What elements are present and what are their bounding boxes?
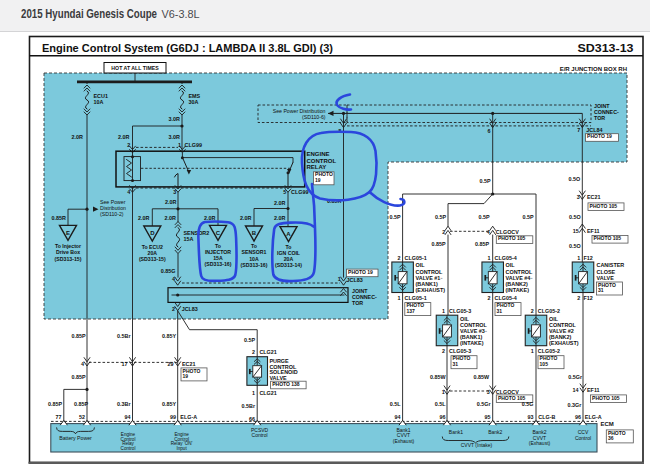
svg-text:2.0R: 2.0R (274, 215, 285, 221)
svg-text:0.85G: 0.85G (161, 268, 176, 274)
svg-text:CLG99: CLG99 (185, 142, 202, 148)
svg-text:Control: Control (121, 446, 136, 451)
svg-text:(Exhaust): (Exhaust) (393, 438, 415, 444)
svg-text:EF11: EF11 (587, 228, 600, 234)
svg-text:2.0R: 2.0R (240, 215, 251, 221)
svg-text:VALVE #3▫: VALVE #3▫ (460, 328, 487, 334)
svg-text:Bank1: Bank1 (449, 429, 463, 435)
svg-text:RELAY: RELAY (307, 164, 327, 170)
svg-text:0.85P: 0.85P (71, 374, 85, 380)
svg-text:1: 1 (488, 255, 491, 261)
svg-text:Control: Control (252, 432, 268, 438)
svg-text:1: 1 (338, 276, 341, 282)
svg-text:1: 1 (577, 255, 580, 261)
svg-text:Input: Input (176, 446, 187, 451)
svg-text:0.5L: 0.5L (435, 401, 446, 407)
svg-text:OIL: OIL (506, 262, 516, 268)
svg-text:66: 66 (249, 416, 255, 422)
svg-text:94: 94 (125, 414, 131, 420)
svg-text:2: 2 (488, 295, 491, 301)
svg-text:29: 29 (168, 361, 174, 367)
svg-text:15: 15 (573, 228, 579, 234)
svg-text:1: 1 (442, 308, 445, 314)
svg-text:96: 96 (575, 414, 581, 420)
svg-text:0.5P: 0.5P (389, 214, 400, 220)
svg-text:0.85P: 0.85P (475, 241, 489, 247)
svg-text:Battery Power: Battery Power (59, 435, 92, 441)
svg-text:VALVE: VALVE (597, 275, 615, 281)
svg-text:31: 31 (453, 361, 459, 367)
svg-text:137: 137 (406, 308, 415, 314)
svg-text:6: 6 (488, 128, 491, 134)
svg-text:0.5Br: 0.5Br (242, 403, 256, 409)
svg-text:0.5Br: 0.5Br (117, 333, 131, 339)
svg-text:3: 3 (487, 389, 490, 395)
svg-text:2.0R: 2.0R (72, 134, 83, 140)
svg-text:EC21: EC21 (182, 361, 196, 367)
svg-text:F12: F12 (584, 255, 593, 261)
svg-text:(INTAKE): (INTAKE) (460, 340, 484, 346)
svg-text:OIL: OIL (549, 316, 559, 322)
svg-text:2: 2 (172, 306, 175, 312)
svg-text:0.85Y: 0.85Y (162, 333, 176, 339)
svg-text:OIL: OIL (460, 316, 470, 322)
svg-text:0.5O: 0.5O (569, 176, 581, 182)
svg-text:2.0R: 2.0R (274, 200, 285, 206)
svg-text:0.5P: 0.5P (435, 214, 446, 220)
svg-text:CLG05-2: CLG05-2 (538, 308, 560, 314)
svg-text:3: 3 (173, 189, 176, 195)
svg-text:3.0R: 3.0R (169, 116, 180, 122)
svg-text:96: 96 (440, 414, 446, 420)
svg-text:PHOTO 105: PHOTO 105 (590, 203, 618, 209)
svg-text:2: 2 (577, 295, 580, 301)
svg-text:0.5O: 0.5O (569, 243, 581, 249)
svg-text:31: 31 (497, 308, 503, 314)
svg-text:0.85W: 0.85W (473, 374, 489, 380)
svg-text:V6-3.8L: V6-3.8L (162, 8, 200, 20)
svg-text:17: 17 (122, 361, 128, 367)
svg-text:CVVT (Intake): CVVT (Intake) (461, 442, 493, 448)
svg-text:2: 2 (252, 349, 255, 355)
svg-text:ELG-A: ELG-A (585, 414, 602, 420)
svg-text:ECM: ECM (601, 421, 614, 427)
svg-text:19: 19 (315, 177, 321, 183)
svg-text:EC21: EC21 (587, 194, 601, 200)
svg-text:99: 99 (170, 414, 176, 420)
svg-text:52: 52 (79, 414, 85, 420)
svg-text:0.85P: 0.85P (71, 333, 85, 339)
svg-text:CLG05-4: CLG05-4 (495, 295, 517, 301)
svg-text:93: 93 (528, 414, 534, 420)
svg-text:CLG-B: CLG-B (538, 414, 555, 420)
svg-text:77: 77 (56, 414, 62, 420)
svg-text:36: 36 (608, 435, 614, 441)
svg-text:(EXHAUST): (EXHAUST) (549, 340, 579, 346)
svg-text:0.5L: 0.5L (390, 401, 401, 407)
svg-text:0.5P: 0.5P (522, 214, 533, 220)
svg-text:E/R JUNCTION BOX RH: E/R JUNCTION BOX RH (560, 66, 627, 72)
svg-text:JOINT: JOINT (352, 288, 368, 294)
svg-text:Bank2: Bank2 (488, 429, 502, 435)
svg-text:CLG21: CLG21 (259, 390, 276, 396)
svg-text:JCL83: JCL83 (182, 306, 198, 312)
svg-text:A: A (286, 231, 291, 237)
svg-text:14: 14 (572, 387, 578, 393)
svg-text:CLG05-2: CLG05-2 (538, 348, 560, 354)
svg-text:PHOTO 105: PHOTO 105 (594, 235, 622, 241)
svg-text:0.85R: 0.85R (52, 215, 66, 221)
svg-text:5: 5 (283, 189, 286, 195)
svg-text:TOR: TOR (352, 300, 363, 306)
svg-text:2.0R: 2.0R (165, 215, 176, 221)
svg-text:VALVE #2: VALVE #2 (549, 328, 574, 334)
svg-text:CONTROL: CONTROL (307, 158, 337, 164)
svg-text:CLG05-1: CLG05-1 (405, 295, 427, 301)
svg-text:0.85P: 0.85P (431, 241, 445, 247)
svg-text:0.85P: 0.85P (48, 401, 62, 407)
svg-text:1: 1 (442, 389, 445, 395)
svg-text:15A: 15A (184, 236, 194, 242)
svg-text:(SD110-6): (SD110-6) (302, 114, 326, 120)
svg-text:CANISTER: CANISTER (597, 262, 625, 268)
svg-text:(EXHAUST): (EXHAUST) (416, 287, 446, 293)
svg-text:CLG05-1: CLG05-1 (405, 255, 427, 261)
svg-text:JCL83: JCL83 (347, 277, 363, 283)
svg-text:B: B (252, 230, 257, 236)
